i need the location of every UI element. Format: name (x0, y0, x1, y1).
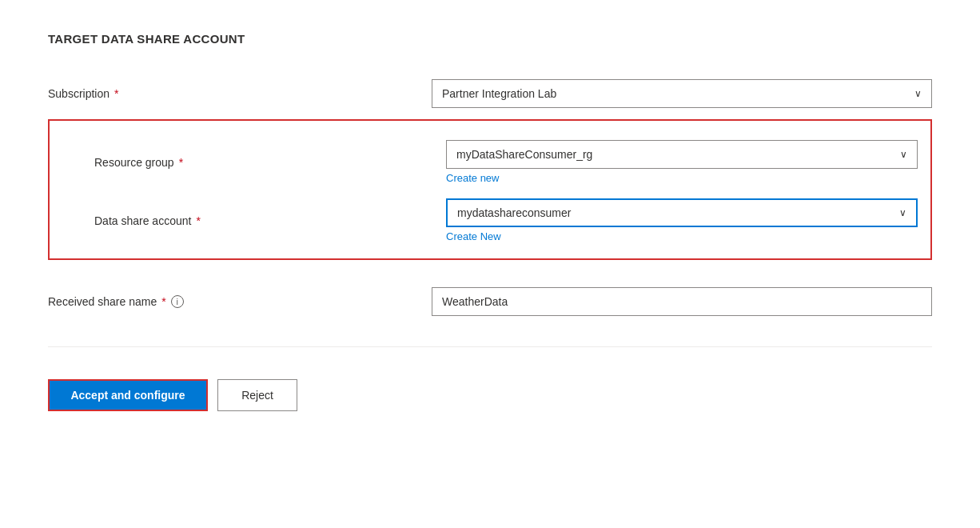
resource-group-row: Resource group * myDataShareConsumer_rg … (62, 129, 918, 187)
data-share-account-section: Data share account * mydatashareconsumer… (62, 187, 918, 246)
accept-configure-button[interactable]: Accept and configure (48, 379, 208, 411)
data-share-account-chevron-icon: ∨ (899, 207, 906, 218)
received-share-name-required: * (161, 295, 165, 308)
form-area: Subscription * Partner Integration Lab ∨… (48, 68, 932, 496)
data-share-account-dropdown[interactable]: mydatashareconsumer ∨ (446, 198, 918, 227)
subscription-label: Subscription * (48, 87, 432, 100)
data-share-account-required: * (196, 214, 200, 227)
data-share-account-value: mydatashareconsumer (457, 206, 571, 219)
resource-group-label: Resource group * (62, 156, 446, 169)
data-share-account-row: Data share account * mydatashareconsumer… (62, 187, 918, 246)
received-share-name-row: Received share name * i (48, 276, 932, 327)
subscription-dropdown[interactable]: Partner Integration Lab ∨ (432, 79, 932, 108)
received-share-name-info-icon[interactable]: i (171, 295, 184, 308)
page-container: TARGET DATA SHARE ACCOUNT Subscription *… (0, 0, 980, 528)
subscription-row: Subscription * Partner Integration Lab ∨ (48, 68, 932, 119)
subscription-chevron-icon: ∨ (914, 88, 922, 99)
divider (48, 346, 932, 347)
reject-button[interactable]: Reject (217, 379, 297, 411)
subscription-value: Partner Integration Lab (442, 87, 556, 100)
button-row: Accept and configure Reject (48, 379, 932, 411)
resource-group-chevron-icon: ∨ (900, 149, 907, 160)
received-share-name-field-container (432, 287, 932, 316)
resource-group-required: * (179, 156, 183, 169)
data-share-account-label: Data share account * (62, 214, 446, 227)
resource-group-section: Resource group * myDataShareConsumer_rg … (62, 129, 918, 187)
subscription-field-container: Partner Integration Lab ∨ (432, 79, 932, 108)
received-share-name-label: Received share name * i (48, 295, 432, 308)
resource-group-create-new-link[interactable]: Create new (446, 172, 918, 184)
page-title: TARGET DATA SHARE ACCOUNT (48, 32, 932, 46)
subscription-required: * (114, 87, 118, 100)
resource-group-dropdown[interactable]: myDataShareConsumer_rg ∨ (446, 140, 918, 169)
resource-group-value: myDataShareConsumer_rg (456, 148, 592, 161)
data-share-account-create-new-link[interactable]: Create New (446, 230, 918, 242)
data-share-account-field-container: mydatashareconsumer ∨ Create New (446, 198, 918, 242)
received-share-name-input[interactable] (432, 287, 932, 316)
highlight-box: Resource group * myDataShareConsumer_rg … (48, 119, 932, 260)
resource-group-field-container: myDataShareConsumer_rg ∨ Create new (446, 140, 918, 184)
